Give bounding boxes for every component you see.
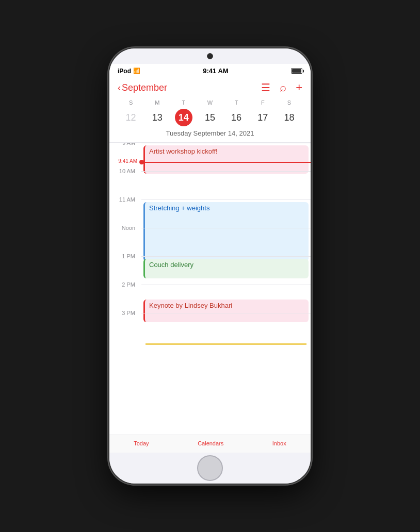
- weekday-T2: T: [223, 99, 250, 106]
- event-title: Stretching + weights: [149, 204, 209, 212]
- back-button[interactable]: ‹ September: [118, 82, 167, 93]
- time-display: 9:41 AM: [203, 67, 228, 75]
- weekdays-row: S M T W T F S: [118, 99, 302, 106]
- current-time-label: 9:41 AM: [109, 158, 139, 164]
- date-15[interactable]: 15: [197, 108, 223, 127]
- date-14[interactable]: 14: [170, 108, 197, 127]
- status-right: [291, 68, 302, 74]
- yellow-bar: [146, 343, 306, 345]
- battery-fill: [292, 69, 301, 73]
- weekday-W: W: [197, 99, 223, 106]
- device: iPod 📶 9:41 AM ‹ September ☰ ⌕ +: [109, 48, 311, 484]
- tab-inbox[interactable]: Inbox: [262, 439, 297, 447]
- date-17[interactable]: 17: [250, 108, 276, 127]
- add-icon[interactable]: +: [296, 81, 302, 94]
- time-label-11am: 11 AM: [109, 196, 139, 203]
- selected-date-label: Tuesday September 14, 2021: [118, 129, 302, 137]
- status-left: iPod 📶: [118, 68, 140, 75]
- tab-today[interactable]: Today: [123, 439, 159, 447]
- date-12[interactable]: 12: [118, 108, 144, 127]
- time-slot-2pm: Keynote by Lindsey Bukhari: [141, 285, 311, 313]
- month-nav: ‹ September ☰ ⌕ +: [118, 81, 302, 94]
- date-18[interactable]: 18: [276, 108, 302, 127]
- weekday-S2: S: [276, 99, 302, 106]
- dates-row: 12 13 14 15 16 17 18: [118, 108, 302, 127]
- tab-calendars[interactable]: Calendars: [187, 439, 234, 447]
- chevron-left-icon: ‹: [118, 82, 121, 93]
- weekday-S1: S: [118, 99, 144, 106]
- date-13[interactable]: 13: [144, 108, 170, 127]
- time-row-2pm: 2 PM Keynote by Lindsey Bukhari: [109, 285, 311, 313]
- date-today[interactable]: 14: [175, 109, 192, 126]
- event-title: Keynote by Lindsey Bukhari: [149, 302, 232, 309]
- tab-bar: Today Calendars Inbox: [109, 435, 311, 453]
- yellow-event-bar: [143, 343, 309, 345]
- time-slot-1pm: Couch delivery: [141, 256, 311, 285]
- weekday-F: F: [250, 99, 276, 106]
- screen: iPod 📶 9:41 AM ‹ September ☰ ⌕ +: [109, 64, 311, 453]
- list-icon[interactable]: ☰: [261, 81, 270, 94]
- date-16[interactable]: 16: [223, 108, 250, 127]
- search-icon[interactable]: ⌕: [280, 81, 286, 94]
- time-label-9am: 9 AM: [109, 143, 139, 146]
- time-row-noon: Noon: [109, 228, 311, 256]
- time-row-1pm: 1 PM Couch delivery: [109, 256, 311, 285]
- time-slot-11am: Stretching + weights: [141, 200, 311, 228]
- carrier-label: iPod: [118, 68, 131, 75]
- time-slot-3pm: [141, 313, 311, 341]
- time-label-10am: 10 AM: [109, 168, 139, 174]
- time-row-3pm: 3 PM: [109, 313, 311, 341]
- time-slot-noon: [141, 228, 311, 256]
- battery-icon: [291, 68, 302, 74]
- home-button[interactable]: [197, 455, 223, 481]
- camera: [207, 53, 213, 59]
- event-couch-delivery[interactable]: Couch delivery: [143, 259, 309, 278]
- header-icons: ☰ ⌕ +: [261, 81, 302, 94]
- current-time-line: [141, 162, 311, 163]
- event-title: Couch delivery: [149, 261, 193, 269]
- device-bottom: [109, 453, 311, 484]
- event-title: Artist workshop kickoff!: [149, 147, 218, 155]
- time-grid[interactable]: 9 AM Artist workshop kickoff! 9:41 AM 10…: [109, 143, 311, 435]
- weekday-M: M: [144, 99, 170, 106]
- status-bar: iPod 📶 9:41 AM: [109, 64, 311, 77]
- time-label-2pm: 2 PM: [109, 281, 139, 288]
- event-artist-workshop[interactable]: Artist workshop kickoff!: [143, 145, 309, 174]
- weekday-T1: T: [170, 99, 197, 106]
- time-slot-10am: [141, 171, 311, 200]
- device-top: [109, 48, 311, 64]
- time-slot-9am: Artist workshop kickoff!: [141, 143, 311, 171]
- calendar-header: ‹ September ☰ ⌕ + S M T W T F S: [109, 77, 311, 142]
- month-title: September: [122, 82, 167, 93]
- time-label-3pm: 3 PM: [109, 310, 139, 316]
- time-label-noon: Noon: [109, 225, 139, 231]
- time-row-10am: 10 AM: [109, 171, 311, 200]
- wifi-icon: 📶: [133, 68, 140, 74]
- time-row-9am: 9 AM Artist workshop kickoff!: [109, 143, 311, 171]
- time-row-11am: 11 AM Stretching + weights: [109, 200, 311, 228]
- time-label-1pm: 1 PM: [109, 253, 139, 259]
